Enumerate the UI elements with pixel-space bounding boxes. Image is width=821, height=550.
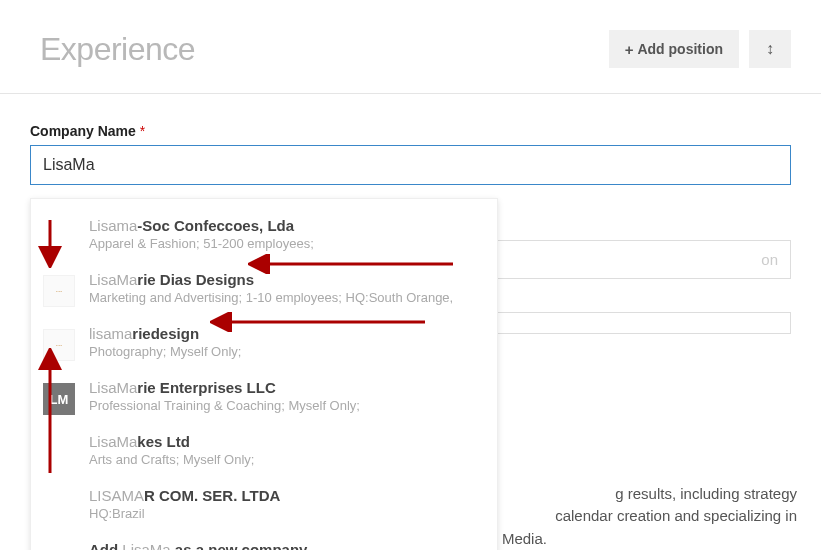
company-logo — [43, 221, 75, 253]
company-logo: ··· — [43, 329, 75, 361]
company-logo — [43, 491, 75, 523]
plus-icon: + — [625, 41, 634, 58]
suggestion-text: LISAMAR COM. SER. LTDAHQ:Brazil — [89, 487, 483, 522]
name-rest: riedesign — [132, 325, 199, 342]
label-text: Company Name — [30, 123, 136, 139]
name-match: LISAMA — [89, 487, 144, 504]
required-marker: * — [140, 123, 145, 139]
suggestion-meta: HQ:Brazil — [89, 506, 483, 522]
company-logo: LM — [43, 383, 75, 415]
add-position-button[interactable]: + Add position — [609, 30, 739, 68]
name-match: LisaMa — [89, 433, 137, 450]
name-rest: kes Ltd — [137, 433, 190, 450]
name-rest: rie Enterprises LLC — [137, 379, 275, 396]
suggestion-item[interactable]: LMLisaMarie Enterprises LLCProfessional … — [31, 371, 497, 425]
name-match: LisaMa — [89, 271, 137, 288]
name-match: Lisama — [89, 217, 137, 234]
name-match: LisaMa — [89, 379, 137, 396]
company-logo — [43, 437, 75, 469]
company-name-input[interactable] — [30, 145, 791, 185]
section-header: Experience + Add position ↕ — [0, 0, 821, 93]
company-autocomplete-dropdown: Lisama-Soc Confeccoes, LdaApparel & Fash… — [30, 198, 498, 550]
reorder-button[interactable]: ↕ — [749, 30, 791, 68]
company-name-label: Company Name * — [30, 123, 145, 139]
suggestion-name: LISAMAR COM. SER. LTDA — [89, 487, 483, 506]
header-actions: + Add position ↕ — [609, 30, 791, 68]
suggestion-meta: Apparel & Fashion; 51-200 employees; — [89, 236, 483, 252]
suggestion-name: Lisama-Soc Confeccoes, Lda — [89, 217, 483, 236]
add-new-company[interactable]: Add LisaMa as a new company — [31, 533, 497, 550]
suggestion-item[interactable]: LISAMAR COM. SER. LTDAHQ:Brazil — [31, 479, 497, 533]
add-position-label: Add position — [637, 41, 723, 57]
add-tail: as a new company — [171, 541, 308, 550]
suggestion-meta: Arts and Crafts; Myself Only; — [89, 452, 483, 468]
add-match: LisaMa — [122, 541, 170, 550]
suggestion-text: LisaMarie Dias DesignsMarketing and Adve… — [89, 271, 483, 306]
suggestion-meta: Marketing and Advertising; 1-10 employee… — [89, 290, 483, 306]
suggestion-item[interactable]: LisaMakes LtdArts and Crafts; Myself Onl… — [31, 425, 497, 479]
suggestion-item[interactable]: Lisama-Soc Confeccoes, LdaApparel & Fash… — [31, 209, 497, 263]
description-line-2: calendar creation and specializing in — [555, 507, 797, 524]
suggestion-name: LisaMakes Ltd — [89, 433, 483, 452]
add-lead: Add — [89, 541, 122, 550]
name-rest: -Soc Confeccoes, Lda — [137, 217, 294, 234]
experience-form: Company Name * — [0, 94, 821, 185]
suggestion-meta: Professional Training & Coaching; Myself… — [89, 398, 483, 414]
suggestion-name: lisamariedesign — [89, 325, 483, 344]
description-line-1: g results, including strategy — [615, 485, 797, 502]
title-placeholder-fragment: on — [761, 251, 778, 268]
suggestion-meta: Photography; Myself Only; — [89, 344, 483, 360]
suggestion-text: LisaMakes LtdArts and Crafts; Myself Onl… — [89, 433, 483, 468]
section-title: Experience — [40, 31, 195, 68]
suggestion-item[interactable]: ···LisaMarie Dias DesignsMarketing and A… — [31, 263, 497, 317]
suggestion-text: Lisama-Soc Confeccoes, LdaApparel & Fash… — [89, 217, 483, 252]
name-match: lisama — [89, 325, 132, 342]
suggestion-item[interactable]: ···lisamariedesignPhotography; Myself On… — [31, 317, 497, 371]
suggestion-name: LisaMarie Enterprises LLC — [89, 379, 483, 398]
suggestion-text: LisaMarie Enterprises LLCProfessional Tr… — [89, 379, 483, 414]
suggestion-text: lisamariedesignPhotography; Myself Only; — [89, 325, 483, 360]
company-logo: ··· — [43, 275, 75, 307]
name-rest: R COM. SER. LTDA — [144, 487, 280, 504]
sort-arrows-icon: ↕ — [766, 40, 774, 58]
name-rest: rie Dias Designs — [137, 271, 254, 288]
suggestion-name: LisaMarie Dias Designs — [89, 271, 483, 290]
